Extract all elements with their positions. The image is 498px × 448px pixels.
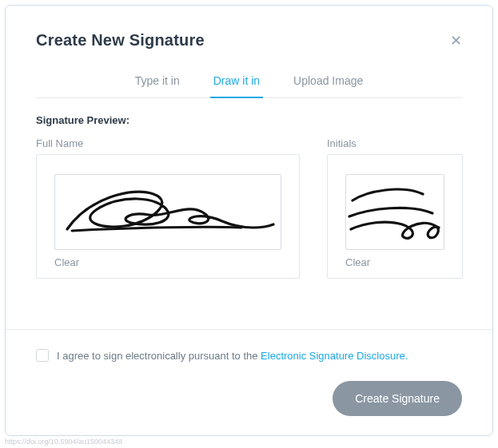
initials-panel: Clear (327, 154, 463, 279)
modal-body: Signature Preview: Full Name Clear Initi… (6, 98, 492, 298)
signature-drawing-icon (56, 176, 280, 248)
agree-text-prefix: I agree to sign electronically pursuant … (57, 350, 261, 362)
full-name-label: Full Name (36, 137, 300, 149)
actions: Create Signature (36, 381, 462, 416)
full-name-canvas[interactable] (54, 174, 281, 250)
create-signature-button[interactable]: Create Signature (333, 381, 462, 416)
tab-upload-image[interactable]: Upload Image (290, 74, 366, 98)
full-name-column: Full Name Clear (36, 137, 300, 279)
signature-row: Full Name Clear Initials (36, 137, 462, 279)
close-button[interactable]: ✕ (450, 34, 462, 48)
initials-label: Initials (327, 137, 463, 149)
full-name-clear-button[interactable]: Clear (54, 256, 281, 268)
initials-clear-button[interactable]: Clear (345, 256, 444, 268)
agree-text: I agree to sign electronically pursuant … (57, 350, 408, 362)
initials-canvas[interactable] (345, 174, 444, 250)
modal-footer: I agree to sign electronically pursuant … (6, 329, 492, 435)
modal-header: Create New Signature ✕ (6, 6, 492, 50)
full-name-panel: Clear (36, 154, 300, 279)
tabs: Type it in Draw it in Upload Image (36, 73, 462, 98)
electronic-signature-disclosure-link[interactable]: Electronic Signature Disclosure. (261, 350, 408, 362)
agree-row: I agree to sign electronically pursuant … (36, 349, 462, 362)
create-signature-modal: Create New Signature ✕ Type it in Draw i… (5, 5, 493, 436)
tab-type-it-in[interactable]: Type it in (132, 74, 183, 98)
signature-preview-label: Signature Preview: (36, 114, 462, 126)
initials-column: Initials Clear (327, 137, 463, 279)
footnote: https://doi.org/10.5904/au150044348 (5, 438, 122, 446)
agree-checkbox[interactable] (36, 349, 49, 362)
close-icon: ✕ (450, 33, 462, 49)
initials-drawing-icon (346, 176, 444, 248)
tab-draw-it-in[interactable]: Draw it in (210, 74, 263, 98)
modal-title: Create New Signature (36, 31, 205, 50)
